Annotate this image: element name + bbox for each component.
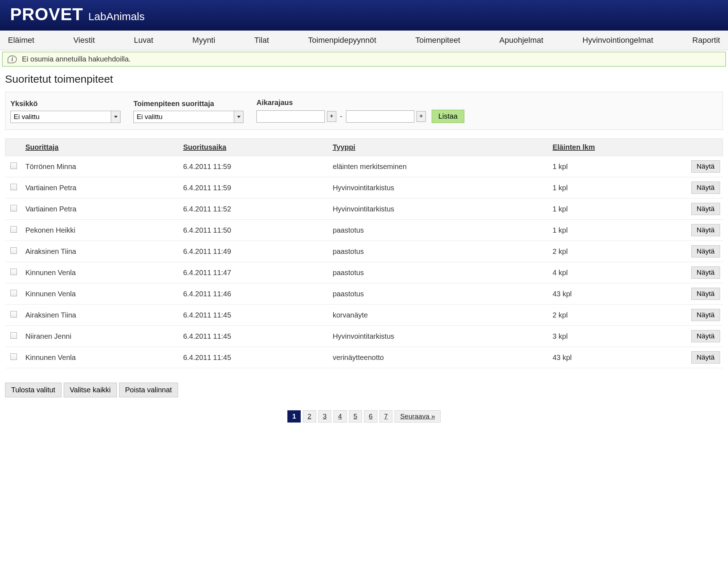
cell-performer: Airaksinen Tiina [22,241,180,262]
table-row: Kinnunen Venla6.4.2011 11:45verinäytteen… [5,347,723,368]
cell-count: 2 kpl [549,241,683,262]
row-checkbox[interactable] [10,311,17,318]
cell-type: Hyvinvointitarkistus [329,326,549,347]
chevron-down-icon [114,116,118,118]
select-all-header [5,139,22,156]
pagination: 1234567Seuraava » [0,405,728,433]
page-link[interactable]: 6 [364,410,377,423]
show-button[interactable]: Näytä [691,266,720,279]
column-header-type[interactable]: Tyyppi [329,139,549,156]
info-icon: i [8,55,17,63]
show-button[interactable]: Näytä [691,203,720,215]
show-button[interactable]: Näytä [691,330,720,342]
table-row: Pekonen Heikki6.4.2011 11:50paastotus1 k… [5,220,723,241]
show-button[interactable]: Näytä [691,160,720,173]
info-message-text: Ei osumia annetuilla hakuehdoilla. [22,55,131,63]
date-from-input[interactable] [256,110,325,123]
date-to-input[interactable] [346,110,414,123]
performer-select[interactable] [133,111,234,123]
print-selected-button[interactable]: Tulosta valitut [5,383,62,397]
nav-item[interactable]: Raportit [684,34,728,46]
info-message-bar: i Ei osumia annetuilla hakuehdoilla. [2,52,726,67]
unit-select-toggle[interactable] [111,111,120,123]
table-row: Törrönen Minna6.4.2011 11:59eläinten mer… [5,156,723,177]
show-button[interactable]: Näytä [691,245,720,257]
column-header-performer[interactable]: Suorittaja [22,139,180,156]
nav-item[interactable]: Eläimet [0,34,42,46]
column-header-time[interactable]: Suoritusaika [179,139,329,156]
row-checkbox[interactable] [10,269,17,275]
clear-selection-button[interactable]: Poista valinnat [119,383,178,397]
cell-count: 4 kpl [549,262,683,283]
list-button[interactable]: Listaa [432,110,464,123]
table-row: Airaksinen Tiina6.4.2011 11:45korvanäyte… [5,305,723,326]
nav-item[interactable]: Toimenpidepyynnöt [300,34,385,46]
show-button[interactable]: Näytä [691,351,720,364]
page-link[interactable]: 3 [318,410,332,423]
table-row: Niiranen Jenni6.4.2011 11:45Hyvinvointit… [5,326,723,347]
performer-select-toggle[interactable] [234,111,244,123]
column-header-count[interactable]: Eläinten lkm [549,139,683,156]
page-title: Suoritetut toimenpiteet [0,73,728,92]
cell-type: eläinten merkitseminen [329,156,549,177]
cell-count: 1 kpl [549,177,683,198]
row-checkbox[interactable] [10,290,17,296]
row-checkbox[interactable] [10,332,17,339]
nav-item[interactable]: Toimenpiteet [408,34,468,46]
cell-performer: Niiranen Jenni [22,326,180,347]
show-button[interactable]: Näytä [691,309,720,321]
cell-performer: Kinnunen Venla [22,262,180,283]
show-button[interactable]: Näytä [691,224,720,236]
nav-item[interactable]: Myynti [185,34,223,46]
page-link[interactable]: 7 [379,410,393,423]
date-to-picker-button[interactable]: + [417,111,426,122]
nav-item[interactable]: Hyvinvointiongelmat [574,34,661,46]
cell-time: 6.4.2011 11:59 [179,177,329,198]
nav-item[interactable]: Viestit [65,34,103,46]
cell-performer: Törrönen Minna [22,156,180,177]
cell-count: 1 kpl [549,156,683,177]
cell-type: paastotus [329,241,549,262]
table-row: Vartiainen Petra6.4.2011 11:52Hyvinvoint… [5,198,723,220]
page-link[interactable]: 4 [333,410,347,423]
table-row: Kinnunen Venla6.4.2011 11:47paastotus4 k… [5,262,723,283]
cell-time: 6.4.2011 11:59 [179,156,329,177]
cell-count: 43 kpl [549,283,683,305]
show-button[interactable]: Näytä [691,288,720,300]
performer-filter-label: Toimenpiteen suorittaja [133,100,244,108]
page-link[interactable]: 1 [287,410,301,423]
cell-performer: Kinnunen Venla [22,347,180,368]
cell-time: 6.4.2011 11:52 [179,198,329,220]
page-next[interactable]: Seuraava » [395,410,440,423]
app-header: PROVET LabAnimals [0,0,728,31]
cell-count: 3 kpl [549,326,683,347]
nav-item[interactable]: Tilat [246,34,277,46]
page-link[interactable]: 5 [349,410,362,423]
row-checkbox[interactable] [10,353,17,360]
row-checkbox[interactable] [10,226,17,233]
nav-item[interactable]: Apuohjelmat [491,34,551,46]
cell-time: 6.4.2011 11:47 [179,262,329,283]
cell-time: 6.4.2011 11:45 [179,326,329,347]
daterange-filter-label: Aikarajaus [256,99,464,107]
cell-type: paastotus [329,262,549,283]
cell-performer: Airaksinen Tiina [22,305,180,326]
cell-performer: Pekonen Heikki [22,220,180,241]
cell-time: 6.4.2011 11:49 [179,241,329,262]
row-checkbox[interactable] [10,184,17,190]
row-checkbox[interactable] [10,205,17,211]
cell-count: 43 kpl [549,347,683,368]
select-all-button[interactable]: Valitse kaikki [64,383,117,397]
page-link[interactable]: 2 [303,410,316,423]
row-checkbox[interactable] [10,247,17,254]
brand-subtitle: LabAnimals [88,10,145,23]
nav-item[interactable]: Luvat [126,34,161,46]
table-row: Airaksinen Tiina6.4.2011 11:49paastotus2… [5,241,723,262]
row-checkbox[interactable] [10,163,17,169]
unit-select[interactable] [10,111,111,123]
cell-performer: Kinnunen Venla [22,283,180,305]
filter-panel: Yksikkö Toimenpiteen suorittaja Aikaraja… [5,92,723,130]
show-button[interactable]: Näytä [691,182,720,194]
date-from-picker-button[interactable]: + [327,111,336,122]
cell-time: 6.4.2011 11:45 [179,347,329,368]
